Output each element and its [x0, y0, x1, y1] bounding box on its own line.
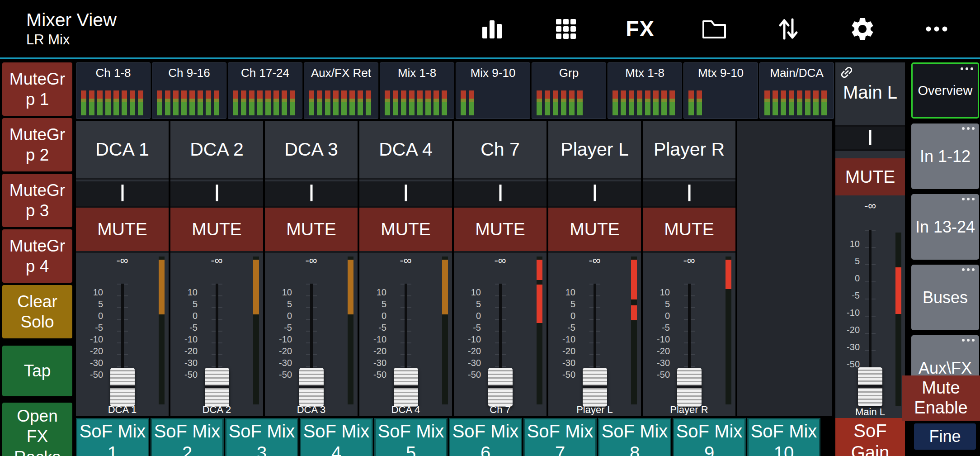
- sof-gain-button[interactable]: SoF Gain: [835, 418, 905, 456]
- settings-gear-icon[interactable]: [848, 13, 877, 45]
- open-fx-racks-button[interactable]: Open FX Racks: [2, 403, 72, 456]
- layer-buses-button[interactable]: Buses: [911, 265, 979, 330]
- fader-track[interactable]: [589, 284, 600, 407]
- mute-group-3-button[interactable]: MuteGrp 3: [2, 174, 72, 227]
- bank-row: Ch 1-8 Ch 9-16 Ch 17-24 Aux/FX Ret Mix 1…: [76, 62, 834, 119]
- fader-track[interactable]: [306, 284, 317, 407]
- sof-mix-7-button[interactable]: SoF Mix7: [523, 418, 597, 456]
- bank-ch-1-8[interactable]: Ch 1-8: [76, 62, 151, 119]
- mute-enable-button[interactable]: Mute Enable: [902, 375, 980, 421]
- fine-button[interactable]: Fine: [914, 423, 976, 450]
- layer-overview-button[interactable]: Overview: [911, 62, 979, 119]
- channel-name[interactable]: Main L: [835, 82, 905, 103]
- mute-button[interactable]: MUTE: [643, 208, 735, 253]
- sof-label: SoF Mix: [527, 420, 594, 442]
- mute-button[interactable]: MUTE: [835, 158, 905, 195]
- mute-button[interactable]: MUTE: [359, 208, 452, 253]
- folder-icon[interactable]: [700, 13, 729, 45]
- scale-tick-label: -50: [457, 369, 481, 380]
- fx-button[interactable]: FX: [626, 13, 655, 45]
- mute-button[interactable]: MUTE: [265, 208, 358, 253]
- mini-meter: [805, 90, 810, 115]
- scale-tick-label: 5: [80, 298, 103, 310]
- mute-group-2-button[interactable]: MuteGrp 2: [2, 118, 72, 171]
- sof-mix-10-button[interactable]: SoF Mix10: [747, 418, 820, 456]
- link-icon[interactable]: [839, 65, 854, 82]
- mute-group-4-button[interactable]: MuteGrp 4: [2, 229, 72, 283]
- sof-label: SoF Mix: [303, 420, 370, 442]
- sof-mix-9-button[interactable]: SoF Mix9: [673, 418, 746, 456]
- fader-area: 1050-5-10-20-30-50: [359, 268, 452, 407]
- strip-label: DCA 3: [265, 404, 358, 416]
- layer-in-1-12-button[interactable]: In 1-12: [911, 124, 979, 189]
- fader-handle[interactable]: [299, 368, 324, 407]
- pan-slider[interactable]: [835, 125, 905, 151]
- scale-tick-label: -30: [457, 357, 481, 369]
- channel-name[interactable]: Player R: [643, 121, 735, 180]
- sof-mix-5-button[interactable]: SoF Mix5: [374, 418, 448, 456]
- mute-button[interactable]: MUTE: [454, 208, 547, 253]
- scale-tick-label: 10: [552, 286, 575, 298]
- bank-ch-9-16[interactable]: Ch 9-16: [152, 62, 226, 119]
- pan-slider[interactable]: [454, 181, 547, 208]
- grid-apps-icon[interactable]: [551, 13, 580, 45]
- fader-handle[interactable]: [205, 368, 229, 407]
- fader-scale: 1050-5-10-20-30-50: [363, 286, 386, 380]
- mini-meter: [669, 90, 675, 115]
- bank-mtx-9-10[interactable]: Mtx 9-10: [683, 62, 758, 119]
- sof-label: SoF Mix: [602, 420, 668, 442]
- scale-tick-label: -10: [269, 333, 292, 345]
- mute-button[interactable]: MUTE: [170, 208, 263, 253]
- meters-icon[interactable]: [477, 13, 506, 45]
- scale-tick-label: -20: [269, 345, 292, 357]
- pan-slider[interactable]: [548, 181, 641, 208]
- mute-button[interactable]: MUTE: [548, 208, 641, 253]
- channel-name[interactable]: DCA 4: [359, 121, 452, 180]
- channel-name[interactable]: DCA 2: [170, 121, 263, 180]
- pan-slider[interactable]: [359, 181, 452, 208]
- fader-handle[interactable]: [394, 368, 418, 407]
- fader-track[interactable]: [212, 284, 222, 407]
- sof-mix-3-button[interactable]: SoF Mix3: [225, 418, 298, 456]
- fader-handle[interactable]: [583, 368, 607, 407]
- scale-tick-label: 5: [646, 298, 670, 310]
- more-options-icon[interactable]: [922, 13, 951, 45]
- bank-mtx-1-8[interactable]: Mtx 1-8: [608, 62, 682, 119]
- sof-mix-8-button[interactable]: SoF Mix8: [598, 418, 671, 456]
- channel-name[interactable]: Player L: [548, 121, 641, 180]
- fader-handle[interactable]: [110, 368, 135, 407]
- pan-slider[interactable]: [265, 181, 358, 208]
- pan-slider[interactable]: [643, 181, 735, 208]
- fader-handle[interactable]: [677, 368, 702, 407]
- channel-name[interactable]: DCA 1: [76, 121, 169, 180]
- bank-mix-9-10[interactable]: Mix 9-10: [456, 62, 530, 119]
- pan-slider[interactable]: [76, 181, 169, 208]
- clear-solo-button[interactable]: Clear Solo: [2, 285, 72, 338]
- fader-track[interactable]: [865, 230, 876, 406]
- mute-button[interactable]: MUTE: [76, 208, 169, 253]
- fader-handle[interactable]: [488, 368, 513, 407]
- sof-mix-1-button[interactable]: SoF Mix1: [76, 418, 149, 456]
- sof-mix-2-button[interactable]: SoF Mix2: [151, 418, 224, 456]
- bank-ch-17-24[interactable]: Ch 17-24: [228, 62, 302, 119]
- bank-aux-fx-ret[interactable]: Aux/FX Ret: [304, 62, 378, 119]
- bank-mix-1-8[interactable]: Mix 1-8: [380, 62, 454, 119]
- mute-group-1-button[interactable]: MuteGrp 1: [2, 62, 72, 116]
- sof-mix-6-button[interactable]: SoF Mix6: [449, 418, 522, 456]
- fader-handle[interactable]: [858, 367, 882, 406]
- fader-track[interactable]: [684, 284, 695, 407]
- fader-track[interactable]: [400, 284, 411, 407]
- sof-mix-4-button[interactable]: SoF Mix4: [300, 418, 373, 456]
- bank-main-dca[interactable]: Main/DCA: [759, 62, 834, 119]
- bank-label: Aux/FX Ret: [304, 66, 378, 80]
- mini-meter: [349, 90, 355, 115]
- fader-track[interactable]: [495, 284, 506, 407]
- layer-in-13-24-button[interactable]: In 13-24: [911, 194, 979, 260]
- tap-tempo-button[interactable]: Tap: [2, 346, 72, 396]
- channel-name[interactable]: DCA 3: [265, 121, 358, 180]
- channel-name[interactable]: Ch 7: [454, 121, 547, 180]
- bank-grp[interactable]: Grp: [532, 62, 606, 119]
- pan-slider[interactable]: [170, 181, 263, 208]
- transfer-arrows-icon[interactable]: [774, 13, 803, 45]
- fader-track[interactable]: [117, 284, 128, 407]
